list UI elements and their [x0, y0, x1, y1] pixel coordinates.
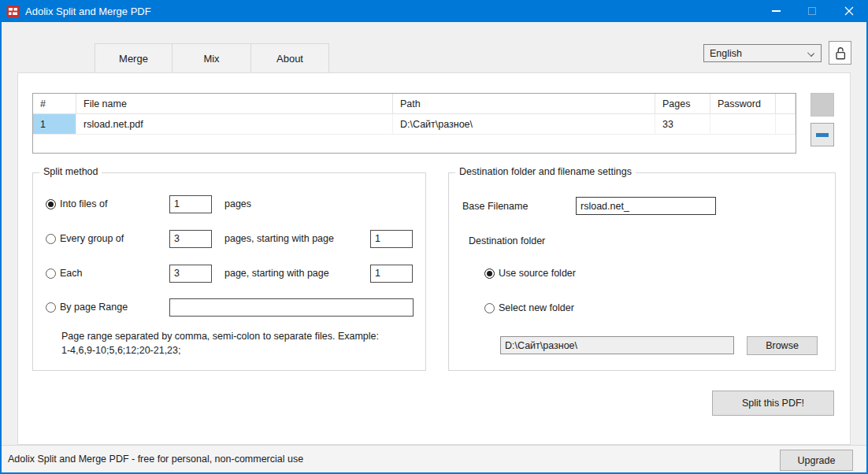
lock-button[interactable]: [829, 41, 851, 65]
column-header-path[interactable]: Path: [393, 94, 655, 114]
row-num-cell[interactable]: 1: [33, 114, 76, 135]
select-new-radio[interactable]: [484, 303, 495, 313]
every-group-radio[interactable]: [46, 234, 56, 244]
each-label: Each: [60, 268, 83, 279]
into-files-suffix: pages: [224, 198, 251, 209]
row-filler-cell: [776, 114, 796, 135]
tab-merge-label: Merge: [119, 53, 148, 65]
language-select[interactable]: English: [703, 44, 822, 62]
each-page-input[interactable]: [169, 265, 212, 283]
destination-path-input[interactable]: [500, 336, 734, 354]
each-radio[interactable]: [46, 268, 56, 279]
remove-file-button[interactable]: [811, 123, 834, 146]
column-header-password[interactable]: Password: [710, 94, 776, 114]
tab-merge[interactable]: Merge: [95, 43, 172, 73]
split-method-group: Split method Into files of pages Every g…: [32, 172, 426, 371]
row-password-cell[interactable]: [710, 114, 776, 135]
use-source-radio[interactable]: [484, 268, 495, 279]
status-text: Adolix Split and Merge PDF - free for pe…: [8, 454, 303, 465]
split-pdf-button[interactable]: Split this PDF!: [712, 391, 834, 416]
unlock-icon: [833, 46, 848, 61]
file-list: # File name Path Pages Password 1 rsload…: [32, 93, 796, 154]
tab-about[interactable]: About: [250, 43, 329, 73]
into-files-radio[interactable]: [46, 199, 56, 209]
column-header-pages[interactable]: Pages: [655, 94, 710, 114]
minus-icon: [816, 133, 829, 137]
page-range-hint: Page range separated by comma, semi-colo…: [61, 329, 416, 357]
maximize-button[interactable]: [794, 0, 830, 22]
every-group-row: Every group of pages, starting with page: [33, 229, 425, 248]
app-icon: [6, 5, 20, 18]
each-suffix: page, starting with page: [224, 268, 329, 279]
add-file-button[interactable]: [811, 93, 834, 117]
select-new-label: Select new folder: [499, 302, 574, 313]
destination-folder-label: Destination folder: [469, 235, 545, 246]
by-range-radio[interactable]: [46, 302, 56, 313]
window-title: Adolix Split and Merge PDF: [25, 6, 151, 17]
tab-about-label: About: [276, 53, 303, 65]
row-pages-cell[interactable]: 33: [655, 114, 710, 135]
into-files-row: Into files of pages: [33, 194, 425, 213]
every-group-suffix: pages, starting with page: [224, 233, 334, 244]
base-filename-input[interactable]: [576, 197, 716, 215]
tab-mix-label: Mix: [203, 53, 219, 65]
into-files-pages-input[interactable]: [169, 195, 212, 213]
every-group-pages-input[interactable]: [169, 230, 212, 248]
column-header-file-name[interactable]: File name: [76, 94, 393, 114]
app-window: Adolix Split and Merge PDF Merge Mix Abo…: [0, 0, 868, 474]
upgrade-button[interactable]: Upgrade: [780, 450, 853, 471]
minimize-button[interactable]: [758, 0, 794, 22]
minimize-icon: [772, 10, 781, 12]
column-header-filler: [776, 94, 796, 114]
chevron-down-icon: [807, 50, 814, 57]
use-source-label: Use source folder: [499, 268, 576, 279]
page-range-input[interactable]: [169, 298, 414, 317]
every-group-start-input[interactable]: [370, 230, 413, 248]
column-header-num[interactable]: #: [33, 94, 76, 114]
use-source-row: Use source folder: [484, 265, 576, 281]
into-files-label: Into files of: [60, 198, 107, 209]
by-range-row: By page Range: [33, 298, 425, 317]
statusbar: Adolix Split and Merge PDF - free for pe…: [2, 445, 866, 472]
destination-legend: Destination folder and filename settings: [455, 166, 636, 177]
every-group-label: Every group of: [60, 233, 124, 244]
select-new-row: Select new folder: [484, 300, 574, 316]
browse-button[interactable]: Browse: [747, 336, 818, 355]
split-tab-page: # File name Path Pages Password 1 rsload…: [17, 72, 851, 445]
close-button[interactable]: [830, 0, 868, 22]
destination-group: Destination folder and filename settings…: [448, 172, 836, 371]
titlebar: Adolix Split and Merge PDF: [0, 0, 868, 22]
each-start-input[interactable]: [370, 265, 413, 283]
language-selected-value: English: [710, 48, 742, 59]
row-file-name-cell[interactable]: rsload.net.pdf: [76, 114, 393, 135]
by-range-label: By page Range: [60, 302, 128, 313]
tab-mix[interactable]: Mix: [172, 43, 251, 73]
base-filename-label: Base Filename: [462, 201, 528, 212]
row-path-cell[interactable]: D:\Сайт\разное\: [393, 114, 655, 135]
split-method-legend: Split method: [39, 166, 102, 177]
maximize-icon: [808, 7, 816, 15]
each-row: Each page, starting with page: [33, 264, 425, 283]
close-icon: [844, 6, 854, 16]
